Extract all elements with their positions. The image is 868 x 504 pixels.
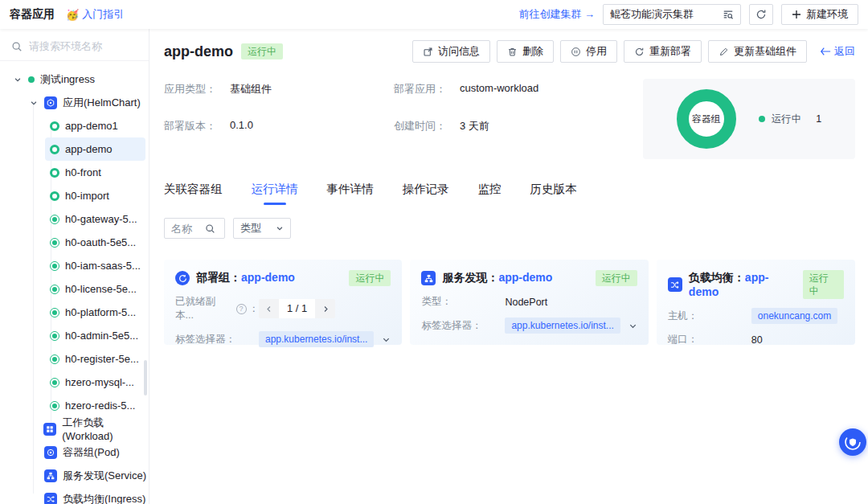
helmchart-app-icon <box>44 96 57 109</box>
party-face-emoji-icon: 🥳 <box>66 9 79 21</box>
tab-history-version[interactable]: 历史版本 <box>530 182 577 205</box>
type-filter-select[interactable]: 类型 <box>233 218 291 239</box>
chevron-down-icon[interactable] <box>382 335 391 344</box>
tree-item-h0-platform[interactable]: h0-platform-5... <box>0 301 149 324</box>
app-status-dot-ring-icon <box>50 261 59 271</box>
tree-item-env-test-ingress[interactable]: 测试ingress <box>0 68 149 91</box>
tree-item-h0-admin[interactable]: h0-admin-5e5... <box>0 324 149 347</box>
name-filter-input[interactable] <box>171 223 199 235</box>
trash-icon <box>507 47 518 57</box>
legend-label: 运行中 <box>772 113 802 126</box>
info-label: 部署版本： <box>164 119 230 133</box>
tree-item-label: 工作负载(Workload) <box>62 416 149 442</box>
chevron-down-icon[interactable] <box>29 99 39 107</box>
info-app-type: 应用类型：基础组件 <box>164 82 394 96</box>
create-cluster-link[interactable]: 前往创建集群 → <box>518 7 595 22</box>
status-badge: 运行中 <box>241 43 283 59</box>
tree-item-h0-iam-saas[interactable]: h0-iam-saas-5... <box>0 254 149 277</box>
pager-prev-icon[interactable] <box>259 299 278 318</box>
back-arrow-icon <box>820 47 831 56</box>
tree-item-h0-license[interactable]: h0-license-5e... <box>0 277 149 301</box>
update-base-component-button[interactable]: 更新基础组件 <box>708 40 807 63</box>
label-selector-pill[interactable]: app.kubernetes.io/inst... <box>505 318 620 334</box>
tree-item-label: h0-register-5e... <box>65 353 139 365</box>
new-environment-button[interactable]: 新建环境 <box>781 4 858 25</box>
chevron-down-icon <box>276 224 284 232</box>
pager-next-icon[interactable] <box>316 299 335 318</box>
tab-monitor[interactable]: 监控 <box>478 182 502 205</box>
info-value: custom-workload <box>460 82 538 96</box>
delete-label: 删除 <box>522 44 543 59</box>
search-icon <box>205 223 215 234</box>
tree-item-label: h0-platform-5... <box>65 306 136 318</box>
tree-item-h0-oauth[interactable]: h0-oauth-5e5... <box>0 231 149 254</box>
tree-item-label: h0-license-5e... <box>65 283 137 295</box>
tree-item-h0-register[interactable]: h0-register-5e... <box>0 347 149 371</box>
deployment-card-title: 部署组：app-demo <box>196 271 295 285</box>
ready-replicas-text: 已就绪副本... <box>175 295 234 322</box>
redeploy-button[interactable]: 重新部署 <box>624 40 702 63</box>
chevron-down-icon[interactable] <box>13 76 23 84</box>
tab-event-detail[interactable]: 事件详情 <box>327 182 374 205</box>
assistant-float-button[interactable] <box>839 428 866 456</box>
name-filter[interactable] <box>164 218 225 239</box>
tree-item-h0-front[interactable]: h0-front <box>0 161 149 184</box>
stop-button[interactable]: 停用 <box>560 40 617 63</box>
service-icon <box>421 271 436 285</box>
ingress-card-title: 负载均衡：app-demo <box>689 271 796 298</box>
service-type-value: NodePort <box>505 297 547 308</box>
getting-started-link[interactable]: 🥳 入门指引 <box>66 7 124 22</box>
delete-button[interactable]: 删除 <box>497 40 554 63</box>
main-content: app-demo 运行中 访问信息 删除 停用 重新部署 <box>149 29 868 504</box>
refresh-button[interactable] <box>749 4 773 25</box>
environment-sidebar: 测试ingress 应用(HelmChart) app-demo1 app-de… <box>0 29 149 504</box>
info-label: 部署应用： <box>394 82 460 96</box>
cluster-select[interactable]: 鲲苍功能演示集群 <box>603 4 741 25</box>
tree-item-ingress[interactable]: 负载均衡(Ingress) <box>0 487 149 504</box>
tab-related-pods[interactable]: 关联容器组 <box>164 182 223 205</box>
access-info-button[interactable]: 访问信息 <box>412 40 490 63</box>
back-link[interactable]: 返回 <box>820 44 855 59</box>
environment-search-input[interactable] <box>29 40 133 52</box>
cluster-list-search-icon <box>723 9 734 20</box>
tree-item-label: 测试ingress <box>40 72 95 87</box>
chevron-down-icon[interactable] <box>628 322 637 330</box>
card-title-name[interactable]: app-demo <box>241 271 295 284</box>
app-title: 容器应用 <box>10 7 55 22</box>
card-title-name[interactable]: app-demo <box>498 271 552 284</box>
pod-status-chart-panel: 容器组 运行中 1 <box>643 79 855 159</box>
access-info-label: 访问信息 <box>438 44 480 59</box>
tree-item-hzero-redis[interactable]: hzero-redis-5... <box>0 394 149 417</box>
stop-label: 停用 <box>586 44 607 59</box>
card-title-sep: ： <box>230 271 241 284</box>
info-label: 创建时间： <box>394 119 460 133</box>
tree-item-workload[interactable]: 工作负载(Workload) <box>0 417 149 440</box>
tree-item-label: h0-admin-5e5... <box>65 330 138 342</box>
tree-item-label: hzero-redis-5... <box>65 400 135 412</box>
tree-item-pod[interactable]: 容器组(Pod) <box>0 440 149 464</box>
pod-status-donut-chart: 容器组 <box>677 89 736 149</box>
donut-legend: 运行中 1 <box>759 113 821 126</box>
tab-running-detail[interactable]: 运行详情 <box>252 182 298 205</box>
label-selector-pill[interactable]: app.kubernetes.io/inst... <box>259 331 374 347</box>
tree-item-app-demo-selected[interactable]: app-demo <box>45 137 145 161</box>
help-circle-icon[interactable]: ? <box>236 304 247 314</box>
tree-item-app-demo1[interactable]: app-demo1 <box>0 114 149 137</box>
tree-item-hzero-mysql[interactable]: hzero-mysql-... <box>0 371 149 394</box>
tree-item-app-helmchart[interactable]: 应用(HelmChart) <box>0 91 149 114</box>
info-deploy-version: 部署版本：0.1.0 <box>164 119 394 133</box>
tree-item-h0-import[interactable]: h0-import <box>0 184 149 207</box>
tree-item-service[interactable]: 服务发现(Service) <box>0 464 149 487</box>
pause-circle-icon <box>571 47 581 57</box>
sidebar-scrollbar[interactable] <box>144 360 147 395</box>
tree-item-label: 服务发现(Service) <box>63 469 146 483</box>
new-environment-label: 新建环境 <box>806 7 848 22</box>
host-pill[interactable]: onekuncang.com <box>751 308 837 324</box>
sidebar-search[interactable] <box>0 35 149 61</box>
tab-operation-log[interactable]: 操作记录 <box>403 182 449 205</box>
redeploy-label: 重新部署 <box>649 44 691 59</box>
colon: ： <box>249 302 260 316</box>
env-status-dot-icon <box>28 76 35 83</box>
tree-item-h0-gateway[interactable]: h0-gateway-5... <box>0 207 149 231</box>
app-info-grid: 应用类型：基础组件 部署应用：custom-workload 部署版本：0.1.… <box>164 79 624 159</box>
